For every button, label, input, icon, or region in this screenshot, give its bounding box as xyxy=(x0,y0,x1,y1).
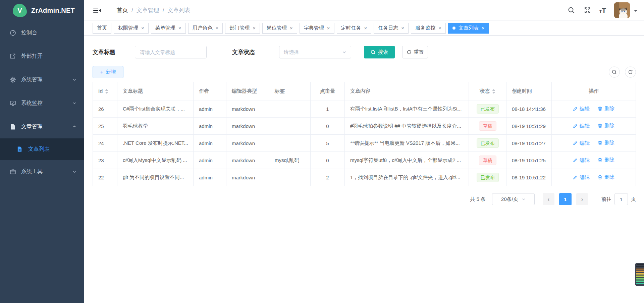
page-number-current[interactable]: 1 xyxy=(559,193,572,205)
col-content: 文章内容 xyxy=(345,82,469,100)
col-tags: 标签 xyxy=(269,82,311,100)
close-icon[interactable]: × xyxy=(482,26,485,31)
external-link-icon xyxy=(9,53,16,59)
edit-button[interactable]: 编辑 xyxy=(573,174,590,181)
article-title-input[interactable] xyxy=(135,46,207,58)
reset-button[interactable]: 重置 xyxy=(402,46,428,58)
add-button[interactable]: + 新增 xyxy=(93,66,123,78)
search-icon xyxy=(371,50,376,55)
tab-user-role[interactable]: 用户角色× xyxy=(188,23,223,34)
delete-button[interactable]: 删除 xyxy=(598,123,614,129)
edit-button[interactable]: 编辑 xyxy=(573,140,590,146)
refresh-table-button[interactable] xyxy=(625,67,636,78)
search-icon[interactable] xyxy=(567,6,576,15)
table-toolbar: + 新增 xyxy=(93,66,636,78)
tab-job[interactable]: 定时任务× xyxy=(337,23,372,34)
delete-button[interactable]: 删除 xyxy=(598,157,614,163)
delete-button[interactable]: 删除 xyxy=(598,105,614,112)
tab-permission[interactable]: 权限管理× xyxy=(114,23,149,34)
close-icon[interactable]: × xyxy=(253,26,256,31)
sidebar-item-external[interactable]: 外部打开 xyxy=(0,44,84,68)
tab-home[interactable]: 首页 xyxy=(93,23,111,34)
pencil-icon xyxy=(573,141,578,145)
caret-down-icon[interactable] xyxy=(634,10,637,13)
article-title-label: 文章标题 xyxy=(93,48,135,56)
col-editor-type: 编辑器类型 xyxy=(226,82,269,100)
close-icon[interactable]: × xyxy=(141,26,144,31)
search-button[interactable]: 搜索 xyxy=(364,46,395,58)
tags-view-bar: 首页 权限管理× 菜单管理× 用户角色× 部门管理× 岗位管理× 字典管理× 定… xyxy=(84,21,644,36)
close-icon[interactable]: × xyxy=(401,26,404,31)
article-table: id 文章标题 作者 编辑器类型 标签 点击量 文章内容 状态 创建时间 操作 xyxy=(93,82,636,186)
monitor-icon xyxy=(9,100,16,106)
sort-icon[interactable] xyxy=(105,87,108,95)
sidebar: V ZrAdmin.NET 控制台 外部打开 系统管理 xyxy=(0,0,84,303)
pagination-total: 共 5 条 xyxy=(470,196,486,203)
tab-menu[interactable]: 菜单管理× xyxy=(151,23,186,34)
col-created: 创建时间 xyxy=(506,82,552,100)
col-status[interactable]: 状态 xyxy=(469,82,506,100)
tab-service-monitor[interactable]: 服务监控× xyxy=(411,23,446,34)
breadcrumb-article-mgmt[interactable]: 文章管理 xyxy=(137,6,159,14)
tab-department[interactable]: 部门管理× xyxy=(225,23,260,34)
status-badge: 已发布 xyxy=(477,104,499,114)
delete-button[interactable]: 删除 xyxy=(598,140,614,146)
chevron-down-icon xyxy=(72,101,76,105)
pencil-icon xyxy=(573,158,578,163)
sidebar-menu: 控制台 外部打开 系统管理 系统监控 xyxy=(0,21,84,183)
corner-volume-widget xyxy=(635,263,644,286)
table-row: 23 c#写入Mysql中文显示乱码 ... admin markdown my… xyxy=(93,152,636,169)
article-status-label: 文章状态 xyxy=(232,48,279,56)
breadcrumb-home[interactable]: 首页 xyxy=(117,6,128,14)
tab-post[interactable]: 岗位管理× xyxy=(262,23,297,34)
font-size-icon[interactable]: тT xyxy=(599,6,606,14)
close-icon[interactable]: × xyxy=(178,26,181,31)
app-title: ZrAdmin.NET xyxy=(31,7,75,14)
goto-page-input[interactable] xyxy=(614,193,628,205)
sidebar-item-article-list[interactable]: 文章列表 xyxy=(0,138,84,160)
active-dot xyxy=(452,27,455,30)
fullscreen-icon[interactable] xyxy=(583,6,592,15)
next-page-button[interactable]: › xyxy=(576,193,588,205)
gradient-stripes xyxy=(636,264,644,285)
document-icon xyxy=(17,146,22,152)
sidebar-item-dashboard[interactable]: 控制台 xyxy=(0,21,84,44)
show-search-button[interactable] xyxy=(609,67,620,78)
close-icon[interactable]: × xyxy=(327,26,330,31)
sidebar-item-system[interactable]: 系统管理 xyxy=(0,68,84,91)
close-icon[interactable]: × xyxy=(364,26,367,31)
tab-job-log[interactable]: 任务日志× xyxy=(374,23,409,34)
sort-icon[interactable] xyxy=(492,87,495,95)
close-icon[interactable]: × xyxy=(290,26,293,31)
tab-article-list[interactable]: 文章列表× xyxy=(448,23,489,34)
article-status-select[interactable]: 请选择 xyxy=(279,46,351,58)
table-row: 26 C#两个list集合实现关联，... admin markdown 1 有… xyxy=(93,100,636,118)
close-icon[interactable]: × xyxy=(438,26,441,31)
tab-dict[interactable]: 字典管理× xyxy=(300,23,334,34)
logo-icon: V xyxy=(13,4,27,17)
search-form: 文章标题 文章状态 请选择 搜索 重置 xyxy=(93,46,636,58)
chevron-down-icon xyxy=(72,170,76,174)
gear-icon xyxy=(9,76,16,83)
toolbox-icon xyxy=(9,168,16,175)
edit-button[interactable]: 编辑 xyxy=(573,123,590,129)
status-badge: 草稿 xyxy=(479,156,496,165)
delete-button[interactable]: 删除 xyxy=(598,174,614,180)
table-header-row: id 文章标题 作者 编辑器类型 标签 点击量 文章内容 状态 创建时间 操作 xyxy=(93,82,636,100)
status-badge: 草稿 xyxy=(479,121,496,131)
edit-button[interactable]: 编辑 xyxy=(573,106,590,112)
page-size-select[interactable]: 20条/页 xyxy=(492,193,535,205)
app-logo[interactable]: V ZrAdmin.NET xyxy=(0,0,84,21)
sidebar-item-tools[interactable]: 系统工具 xyxy=(0,160,84,183)
status-badge: 已发布 xyxy=(477,173,499,182)
sidebar-fold-icon[interactable] xyxy=(93,6,101,15)
prev-page-button[interactable]: ‹ xyxy=(543,193,554,205)
close-icon[interactable]: × xyxy=(216,26,219,31)
sidebar-item-monitor[interactable]: 系统监控 xyxy=(0,91,84,115)
user-avatar[interactable] xyxy=(614,2,630,18)
col-id[interactable]: id xyxy=(93,82,117,100)
sidebar-item-articles[interactable]: 文章管理 xyxy=(0,115,84,138)
refresh-icon xyxy=(407,50,412,55)
top-navbar: 首页 / 文章管理 / 文章列表 тT xyxy=(84,0,644,21)
edit-button[interactable]: 编辑 xyxy=(573,157,590,164)
